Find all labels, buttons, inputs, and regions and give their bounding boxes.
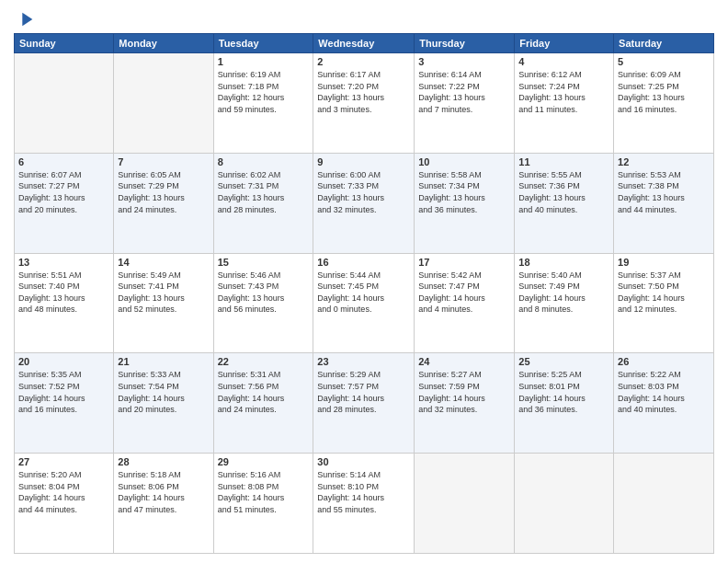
day-number: 15 [218,257,310,268]
calendar-cell: 11Sunrise: 5:55 AM Sunset: 7:36 PM Dayli… [515,153,614,253]
cell-info: Sunrise: 5:42 AM Sunset: 7:47 PM Dayligh… [418,270,510,316]
day-number: 16 [317,257,410,268]
calendar-cell: 6Sunrise: 6:07 AM Sunset: 7:27 PM Daylig… [15,153,114,253]
calendar-cell: 10Sunrise: 5:58 AM Sunset: 7:34 PM Dayli… [415,153,515,253]
day-number: 18 [518,257,609,268]
calendar-cell: 18Sunrise: 5:40 AM Sunset: 7:49 PM Dayli… [515,253,614,353]
cell-info: Sunrise: 5:33 AM Sunset: 7:54 PM Dayligh… [118,369,209,415]
day-number: 1 [218,56,310,67]
weekday-header-friday: Friday [515,34,614,53]
calendar-cell: 20Sunrise: 5:35 AM Sunset: 7:52 PM Dayli… [15,353,114,454]
day-number: 12 [618,156,710,167]
day-number: 13 [18,257,109,268]
cell-info: Sunrise: 5:14 AM Sunset: 8:10 PM Dayligh… [317,469,410,515]
cell-info: Sunrise: 5:40 AM Sunset: 7:49 PM Dayligh… [518,270,609,316]
cell-info: Sunrise: 6:02 AM Sunset: 7:31 PM Dayligh… [218,169,310,215]
day-number: 17 [418,257,510,268]
calendar-cell: 7Sunrise: 6:05 AM Sunset: 7:29 PM Daylig… [114,153,213,253]
calendar-cell: 8Sunrise: 6:02 AM Sunset: 7:31 PM Daylig… [213,153,313,253]
day-number: 6 [18,156,109,167]
cell-info: Sunrise: 5:37 AM Sunset: 7:50 PM Dayligh… [618,270,710,316]
calendar-cell: 9Sunrise: 6:00 AM Sunset: 7:33 PM Daylig… [313,153,415,253]
header-row: SundayMondayTuesdayWednesdayThursdayFrid… [15,34,714,53]
day-number: 2 [317,56,410,67]
calendar-cell: 2Sunrise: 6:17 AM Sunset: 7:20 PM Daylig… [313,53,415,154]
cell-info: Sunrise: 6:12 AM Sunset: 7:24 PM Dayligh… [518,69,609,115]
calendar-cell: 22Sunrise: 5:31 AM Sunset: 7:56 PM Dayli… [213,353,313,454]
day-number: 9 [317,156,410,167]
week-row-5: 27Sunrise: 5:20 AM Sunset: 8:04 PM Dayli… [15,454,714,554]
day-number: 22 [218,356,310,367]
calendar-cell: 15Sunrise: 5:46 AM Sunset: 7:43 PM Dayli… [213,253,313,353]
weekday-header-saturday: Saturday [614,34,714,53]
cell-info: Sunrise: 5:51 AM Sunset: 7:40 PM Dayligh… [18,270,109,316]
cell-info: Sunrise: 5:31 AM Sunset: 7:56 PM Dayligh… [218,369,310,415]
calendar-cell: 5Sunrise: 6:09 AM Sunset: 7:25 PM Daylig… [614,53,714,154]
calendar-cell: 30Sunrise: 5:14 AM Sunset: 8:10 PM Dayli… [313,454,415,554]
day-number: 24 [418,356,510,367]
day-number: 7 [118,156,209,167]
day-number: 19 [618,257,710,268]
day-number: 29 [218,456,310,467]
week-row-4: 20Sunrise: 5:35 AM Sunset: 7:52 PM Dayli… [15,353,714,454]
cell-info: Sunrise: 6:05 AM Sunset: 7:29 PM Dayligh… [118,169,209,215]
cell-info: Sunrise: 5:53 AM Sunset: 7:38 PM Dayligh… [618,169,710,215]
day-number: 8 [218,156,310,167]
cell-info: Sunrise: 5:27 AM Sunset: 7:59 PM Dayligh… [418,369,510,415]
day-number: 27 [18,456,109,467]
calendar-cell: 14Sunrise: 5:49 AM Sunset: 7:41 PM Dayli… [114,253,213,353]
day-number: 11 [518,156,609,167]
weekday-header-sunday: Sunday [15,34,114,53]
calendar-cell: 26Sunrise: 5:22 AM Sunset: 8:03 PM Dayli… [614,353,714,454]
day-number: 23 [317,356,410,367]
cell-info: Sunrise: 5:20 AM Sunset: 8:04 PM Dayligh… [18,469,109,515]
cell-info: Sunrise: 6:19 AM Sunset: 7:18 PM Dayligh… [218,69,310,115]
cell-info: Sunrise: 5:35 AM Sunset: 7:52 PM Dayligh… [18,369,109,415]
calendar-cell: 21Sunrise: 5:33 AM Sunset: 7:54 PM Dayli… [114,353,213,454]
calendar-header: SundayMondayTuesdayWednesdayThursdayFrid… [15,34,714,53]
cell-info: Sunrise: 5:29 AM Sunset: 7:57 PM Dayligh… [317,369,410,415]
day-number: 26 [618,356,710,367]
day-number: 3 [418,56,510,67]
cell-info: Sunrise: 6:14 AM Sunset: 7:22 PM Dayligh… [418,69,510,115]
cell-info: Sunrise: 5:22 AM Sunset: 8:03 PM Dayligh… [618,369,710,415]
day-number: 14 [118,257,209,268]
calendar-cell: 24Sunrise: 5:27 AM Sunset: 7:59 PM Dayli… [415,353,515,454]
calendar-cell: 28Sunrise: 5:18 AM Sunset: 8:06 PM Dayli… [114,454,213,554]
cell-info: Sunrise: 6:00 AM Sunset: 7:33 PM Dayligh… [317,169,410,215]
week-row-1: 1Sunrise: 6:19 AM Sunset: 7:18 PM Daylig… [15,53,714,154]
calendar-cell: 17Sunrise: 5:42 AM Sunset: 7:47 PM Dayli… [415,253,515,353]
day-number: 28 [118,456,209,467]
page: SundayMondayTuesdayWednesdayThursdayFrid… [0,0,728,563]
cell-info: Sunrise: 6:17 AM Sunset: 7:20 PM Dayligh… [317,69,410,115]
calendar-table: SundayMondayTuesdayWednesdayThursdayFrid… [14,33,714,554]
day-number: 21 [118,356,209,367]
calendar-cell: 19Sunrise: 5:37 AM Sunset: 7:50 PM Dayli… [614,253,714,353]
day-number: 20 [18,356,109,367]
cell-info: Sunrise: 5:16 AM Sunset: 8:08 PM Dayligh… [218,469,310,515]
calendar-body: 1Sunrise: 6:19 AM Sunset: 7:18 PM Daylig… [15,53,714,554]
cell-info: Sunrise: 5:55 AM Sunset: 7:36 PM Dayligh… [518,169,609,215]
calendar-cell [15,53,114,154]
logo-icon [16,9,36,29]
weekday-header-thursday: Thursday [415,34,515,53]
day-number: 25 [518,356,609,367]
week-row-2: 6Sunrise: 6:07 AM Sunset: 7:27 PM Daylig… [15,153,714,253]
calendar-cell: 3Sunrise: 6:14 AM Sunset: 7:22 PM Daylig… [415,53,515,154]
calendar-cell [515,454,614,554]
day-number: 10 [418,156,510,167]
weekday-header-wednesday: Wednesday [313,34,415,53]
weekday-header-tuesday: Tuesday [213,34,313,53]
cell-info: Sunrise: 5:49 AM Sunset: 7:41 PM Dayligh… [118,270,209,316]
calendar-cell: 29Sunrise: 5:16 AM Sunset: 8:08 PM Dayli… [213,454,313,554]
calendar-cell: 12Sunrise: 5:53 AM Sunset: 7:38 PM Dayli… [614,153,714,253]
logo [14,9,36,29]
cell-info: Sunrise: 6:07 AM Sunset: 7:27 PM Dayligh… [18,169,109,215]
cell-info: Sunrise: 5:44 AM Sunset: 7:45 PM Dayligh… [317,270,410,316]
svg-marker-0 [22,13,32,27]
cell-info: Sunrise: 5:58 AM Sunset: 7:34 PM Dayligh… [418,169,510,215]
calendar-cell [114,53,213,154]
calendar-cell: 4Sunrise: 6:12 AM Sunset: 7:24 PM Daylig… [515,53,614,154]
calendar-cell: 23Sunrise: 5:29 AM Sunset: 7:57 PM Dayli… [313,353,415,454]
day-number: 30 [317,456,410,467]
